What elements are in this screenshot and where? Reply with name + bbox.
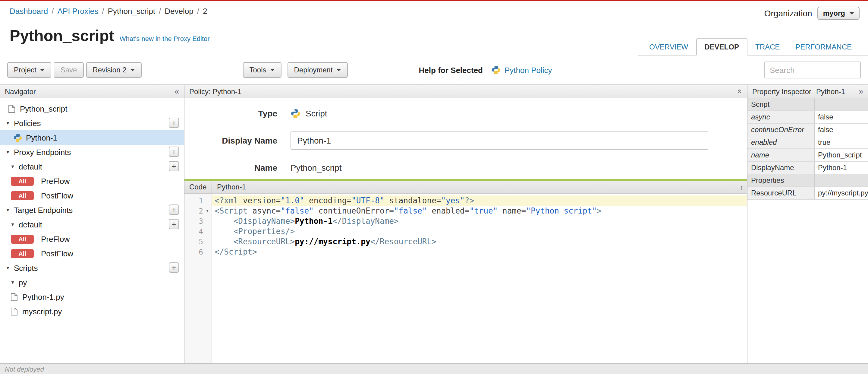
nav-item-python-1-py[interactable]: Python-1.py	[0, 290, 184, 304]
gutter-line: 3	[184, 216, 212, 226]
code-line[interactable]: <ResourceURL>py://myscript.py</ResourceU…	[212, 236, 747, 247]
nav-item-target-default[interactable]: ▾ default +	[0, 217, 184, 232]
tab-strip: OVERVIEW DEVELOP TRACE PERFORMANCE	[638, 38, 868, 56]
property-row-displayname: DisplayName Python-1	[747, 162, 868, 174]
nav-item-label: Python_script	[20, 104, 67, 113]
code-line[interactable]: <DisplayName>Python-1</DisplayName>	[212, 216, 747, 226]
tab-develop[interactable]: DEVELOP	[696, 38, 747, 56]
project-button-label: Project	[14, 66, 36, 74]
nav-item-label: myscript.py	[22, 307, 62, 316]
add-target-endpoint-button[interactable]: +	[169, 204, 179, 215]
chevron-down-icon: ▾	[5, 149, 11, 155]
display-name-row: Display Name	[187, 132, 747, 150]
property-value[interactable]: false	[815, 111, 868, 123]
breadcrumb-dashboard[interactable]: Dashboard	[10, 7, 48, 16]
property-label: enabled	[747, 136, 815, 148]
add-policy-button[interactable]: +	[169, 118, 179, 128]
add-proxy-endpoint-button[interactable]: +	[169, 147, 179, 157]
chevron-down-icon: ▾	[10, 221, 16, 227]
gutter-line: 2▾	[184, 206, 212, 216]
property-value[interactable]: Python-1	[815, 162, 868, 174]
breadcrumb-separator: /	[197, 7, 199, 16]
code-lines[interactable]: <?xml version="1.0" encoding="UTF-8" sta…	[212, 194, 747, 363]
nav-section-label: Scripts	[14, 263, 38, 272]
line-number: 6	[184, 248, 203, 256]
property-row-name: name Python_script	[747, 149, 868, 162]
tab-overview[interactable]: OVERVIEW	[641, 38, 696, 55]
all-badge: All	[11, 176, 34, 185]
nav-item-proxy-preflow[interactable]: All PreFlow	[0, 174, 184, 188]
whats-new-link[interactable]: What's new in the Proxy Editor	[120, 35, 210, 42]
deployment-button-label: Deployment	[294, 66, 333, 74]
caret-down-icon	[336, 69, 341, 71]
fold-icon[interactable]: ▾	[203, 208, 212, 213]
nav-item-target-postflow[interactable]: All PostFlow	[0, 246, 184, 261]
resize-vertical-icon[interactable]: ↕	[740, 183, 743, 191]
revision-button[interactable]: Revision 2	[86, 62, 141, 78]
nav-item-myscript-py[interactable]: myscript.py	[0, 304, 184, 318]
gutter-line: 5	[184, 236, 212, 247]
breadcrumb-develop: Develop	[164, 7, 193, 16]
nav-item-proxy-postflow[interactable]: All PostFlow	[0, 188, 184, 203]
property-value[interactable]: Python_script	[815, 149, 868, 161]
chevron-down-icon: ▾	[10, 164, 16, 170]
collapse-panel-icon[interactable]: «	[736, 89, 744, 93]
add-flow-button[interactable]: +	[169, 219, 179, 229]
nav-item-proxy-default[interactable]: ▾ default +	[0, 159, 184, 174]
nav-section-scripts[interactable]: ▾ Scripts +	[0, 261, 184, 275]
property-row-enabled: enabled true	[747, 136, 868, 149]
code-line[interactable]: <?xml version="1.0" encoding="UTF-8" sta…	[212, 196, 747, 206]
tab-performance[interactable]: PERFORMANCE	[787, 38, 860, 55]
code-line[interactable]: <Script async="false" continueOnError="f…	[212, 206, 747, 216]
nav-item-python-1[interactable]: Python-1	[0, 130, 184, 145]
breadcrumb-row: Dashboard/API Proxies/Python_script/Deve…	[0, 1, 868, 24]
breadcrumb-api-proxies[interactable]: API Proxies	[57, 7, 98, 16]
organization-value: myorg	[823, 9, 845, 18]
tab-trace[interactable]: TRACE	[747, 38, 787, 55]
nav-item-proxy-root[interactable]: Python_script	[0, 102, 184, 116]
collapse-left-icon[interactable]: «	[175, 87, 179, 95]
nav-section-target-endpoints[interactable]: ▾ Target Endpoints +	[0, 203, 184, 217]
code-tab-python-1[interactable]: Python-1	[212, 183, 246, 191]
display-name-input[interactable]	[290, 132, 708, 150]
gutter-line: 4	[184, 226, 212, 236]
python-icon	[13, 133, 22, 142]
nav-item-target-preflow[interactable]: All PreFlow	[0, 232, 184, 246]
property-row-resourceurl: ResourceURL py://myscript.py	[747, 187, 868, 200]
project-button[interactable]: Project	[7, 62, 52, 78]
organization: Organization myorg	[764, 7, 860, 20]
code-line[interactable]: </Script>	[212, 247, 747, 257]
organization-select[interactable]: myorg	[818, 7, 860, 20]
save-button[interactable]: Save	[54, 62, 84, 78]
tools-button[interactable]: Tools	[243, 62, 281, 78]
property-section-label: Properties	[747, 174, 815, 186]
caret-down-icon	[130, 69, 135, 71]
main-content: Navigator « Python_script ▾ Policies +	[0, 84, 868, 363]
policy-panel-title: Policy: Python-1	[189, 87, 241, 96]
caret-down-icon	[849, 12, 854, 15]
add-script-button[interactable]: +	[169, 262, 179, 272]
code-editor[interactable]: 12▾3456 <?xml version="1.0" encoding="UT…	[184, 194, 747, 363]
code-line[interactable]: <Properties/>	[212, 226, 747, 236]
nav-item-label: Python-1.py	[22, 292, 64, 301]
nav-item-py-group[interactable]: ▾ py	[0, 275, 184, 290]
add-flow-button[interactable]: +	[169, 161, 179, 171]
property-value[interactable]: py://myscript.py	[815, 187, 868, 199]
deployment-button[interactable]: Deployment	[287, 62, 348, 78]
display-name-label: Display Name	[187, 136, 277, 145]
breadcrumb-proxy-name: Python_script	[108, 7, 156, 16]
all-badge: All	[11, 249, 34, 258]
nav-item-label: PostFlow	[41, 191, 73, 200]
nav-section-policies[interactable]: ▾ Policies +	[0, 116, 184, 130]
file-icon	[8, 105, 15, 113]
breadcrumb-separator: /	[102, 7, 104, 16]
property-row-continueonerror: continueOnError false	[747, 124, 868, 136]
property-value[interactable]: true	[815, 136, 868, 148]
property-value[interactable]: false	[815, 124, 868, 136]
navigator-header: Navigator «	[0, 85, 184, 98]
python-policy-link[interactable]: Python Policy	[491, 65, 552, 75]
expand-right-icon[interactable]: »	[859, 87, 863, 95]
nav-section-proxy-endpoints[interactable]: ▾ Proxy Endpoints +	[0, 145, 184, 159]
search-input[interactable]	[764, 61, 861, 79]
nav-item-label: py	[19, 278, 27, 287]
